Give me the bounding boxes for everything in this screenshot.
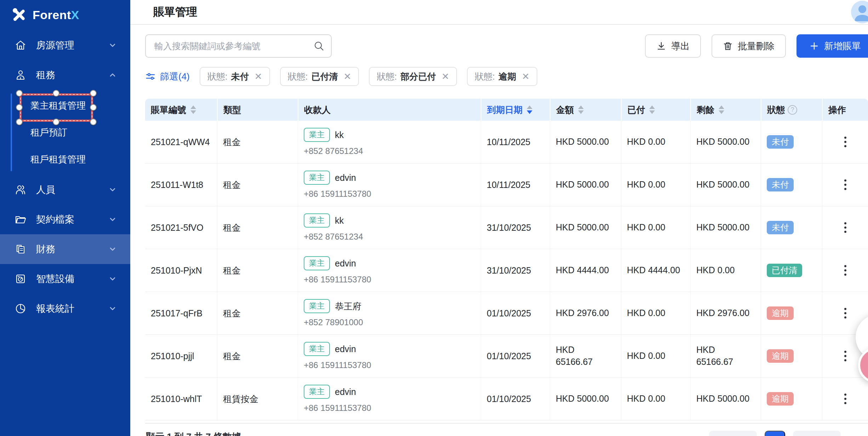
trash-icon: [723, 41, 733, 51]
export-label: 導出: [671, 40, 690, 52]
cell-status: 已付清: [761, 249, 822, 292]
brand-logo: ForentX: [0, 0, 130, 25]
chip-key: 狀態:: [475, 71, 495, 82]
filter-chips: 狀態:未付✕狀態:已付清✕狀態:部分已付✕狀態:逾期✕: [200, 67, 537, 86]
sidebar-item-label: 房源管理: [36, 39, 74, 52]
cell-due-date: 01/10/2025: [481, 378, 550, 420]
pagination-summary: 顯示 1 到 7 共 7 條數據: [146, 431, 241, 436]
column-header: 類型: [217, 99, 298, 121]
chip-remove-icon[interactable]: ✕: [255, 71, 262, 82]
download-icon: [656, 41, 666, 51]
row-menu-icon[interactable]: [841, 347, 850, 365]
filter-chip: 狀態:逾期✕: [467, 67, 537, 86]
batch-delete-button[interactable]: 批量刪除: [712, 34, 786, 58]
column-label: 狀態: [767, 104, 785, 116]
cell-amount: HKD 2976.00: [550, 292, 621, 334]
finance-doc-icon: [14, 243, 27, 256]
sidebar-item-reports[interactable]: 報表統計: [0, 294, 130, 323]
brand-x-icon: [12, 7, 27, 22]
chevron-up-icon: [108, 71, 117, 79]
row-menu-icon[interactable]: [841, 390, 850, 408]
chip-remove-icon[interactable]: ✕: [522, 71, 530, 82]
status-badge: 逾期: [767, 306, 794, 320]
cell-amount: HKD 5000.00: [550, 164, 621, 206]
cell-payee: 業主 kk +852 87651234: [298, 121, 481, 163]
app-window: ForentX 房源管理租務業主租賃管理租戶預訂租戶租賃管理人員契約檔案財務智慧…: [0, 0, 868, 436]
sort-icon[interactable]: [719, 105, 724, 114]
search-icon[interactable]: [313, 40, 325, 53]
cell-remaining: HKD 5000.00: [690, 121, 761, 163]
chip-key: 狀態:: [288, 71, 308, 82]
cell-payee: 業主 kk +852 87651234: [298, 206, 481, 249]
search-input[interactable]: [145, 34, 332, 58]
sidebar-item-finance[interactable]: 財務: [0, 234, 130, 264]
table-row: 251010-PjxN租金 業主 edvin +86 15911153780 3…: [145, 249, 868, 292]
sidebar-item-devices[interactable]: 智慧設備: [0, 264, 130, 294]
sidebar-item-label: 財務: [36, 243, 55, 256]
folder-icon: [14, 213, 27, 226]
toolbar-actions: 導出 批量刪除 新增賬單: [645, 34, 868, 58]
owner-tag: 業主: [304, 385, 330, 399]
cell-amount: HKD 4444.00: [550, 249, 621, 292]
cell-payee: 業主 edvin +86 15911153780: [298, 378, 481, 420]
row-menu-icon[interactable]: [841, 176, 850, 194]
next-page-button[interactable]: 下一頁: [793, 431, 841, 436]
column-header[interactable]: 金額: [550, 99, 621, 121]
prev-page-button[interactable]: 上一頁: [709, 431, 757, 436]
cell-paid: HKD 0.00: [621, 335, 690, 377]
table-row: 251010-whlT租賃按金 業主 edvin +86 15911153780…: [145, 378, 868, 420]
sidebar-subitem[interactable]: 租戶租賃管理: [0, 146, 130, 173]
cell-bill-id: 251010-pjjl: [145, 335, 217, 377]
cell-due-date: 31/10/2025: [481, 206, 550, 249]
payee-name: kk: [335, 130, 344, 140]
cell-paid: HKD 0.00: [621, 164, 690, 206]
sort-icon[interactable]: [578, 105, 584, 114]
bills-table: 賬單編號類型收款人到期日期金額已付剩餘狀態?操作 251021-qWW4租金 業…: [145, 99, 868, 420]
column-header[interactable]: 賬單編號: [145, 99, 217, 121]
sort-icon[interactable]: [527, 105, 532, 114]
column-label: 操作: [828, 104, 846, 116]
help-icon[interactable]: ?: [788, 105, 797, 115]
cell-type: 租賃按金: [217, 378, 298, 420]
payee-name: kk: [335, 216, 344, 226]
column-label: 已付: [627, 104, 645, 116]
cell-type: 租金: [217, 292, 298, 334]
user-avatar[interactable]: [851, 1, 868, 23]
cell-type: 租金: [217, 206, 298, 249]
owner-tag: 業主: [304, 213, 330, 228]
sidebar-item-rental[interactable]: 租務: [0, 60, 130, 90]
cell-remaining: HKD 5000.00: [690, 378, 761, 420]
sidebar-subitem[interactable]: 租戶預訂: [0, 119, 130, 146]
cell-paid: HKD 0.00: [621, 292, 690, 334]
row-menu-icon[interactable]: [841, 219, 850, 236]
cell-payee: 業主 edvin +86 15911153780: [298, 335, 481, 377]
column-header[interactable]: 已付: [621, 99, 690, 121]
status-badge: 逾期: [767, 392, 794, 406]
filter-toggle[interactable]: 篩選(4): [145, 70, 190, 83]
chip-remove-icon[interactable]: ✕: [343, 71, 351, 82]
sidebar-item-properties[interactable]: 房源管理: [0, 30, 130, 60]
column-header[interactable]: 到期日期: [481, 99, 550, 121]
row-menu-icon[interactable]: [841, 133, 850, 151]
new-bill-button[interactable]: 新增賬單: [796, 34, 868, 58]
owner-tag: 業主: [304, 256, 330, 270]
cell-payee: 業主 edvin +86 15911153780: [298, 249, 481, 292]
sort-icon[interactable]: [649, 105, 655, 114]
device-icon: [14, 272, 27, 285]
table-row: 251021-5fVO租金 業主 kk +852 87651234 31/10/…: [145, 206, 868, 249]
export-button[interactable]: 導出: [645, 34, 701, 58]
sidebar-subitem[interactable]: 業主租賃管理: [0, 92, 130, 119]
cell-actions: [822, 206, 868, 249]
sort-icon[interactable]: [190, 105, 196, 114]
sidebar-item-people[interactable]: 人員: [0, 175, 130, 205]
column-header[interactable]: 剩餘: [690, 99, 761, 121]
sidebar-item-contracts[interactable]: 契約檔案: [0, 205, 130, 234]
row-menu-icon[interactable]: [841, 262, 850, 279]
payee-name: edvin: [335, 258, 356, 269]
cell-remaining: HKD 0.00: [690, 249, 761, 292]
row-menu-icon[interactable]: [841, 304, 850, 322]
chip-remove-icon[interactable]: ✕: [441, 71, 449, 82]
column-label: 賬單編號: [151, 104, 186, 116]
chevron-down-icon: [108, 215, 117, 224]
page-1-button[interactable]: 1: [765, 431, 785, 436]
